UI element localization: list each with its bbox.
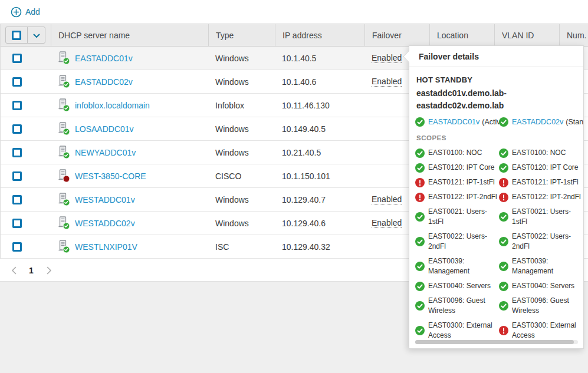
column-header-num[interactable]: Num. [559,24,588,46]
status-ok-icon [499,301,508,311]
row-checkbox[interactable] [12,101,22,110]
scope-label: EAST0040: Servers [512,281,582,291]
server-icon [58,146,70,159]
failover-status[interactable]: Enabled [372,53,402,63]
add-button[interactable]: Add [11,6,40,18]
status-error-icon [499,178,508,187]
column-header-vlan[interactable]: VLAN ID [494,24,559,46]
server-name-link[interactable]: WESTADDC02v [75,219,135,228]
ip-address-cell: 10.149.40.5 [275,117,364,140]
chevron-down-icon [33,31,40,40]
failover-status[interactable]: Enabled [372,77,402,87]
status-ok-icon [415,326,425,335]
type-cell: Windows [208,117,275,140]
row-checkbox[interactable] [12,195,22,204]
status-ok-icon [499,212,508,222]
row-checkbox[interactable] [12,242,22,252]
scope-item: EAST0039: Management [415,256,499,276]
scope-label: EAST0040: Servers [428,281,498,291]
status-ok-icon [415,237,425,246]
server-name-link[interactable]: EASTADDC02v [75,77,133,87]
column-header-ip[interactable]: IP address [275,24,364,46]
status-ok-icon [415,282,425,291]
scope-label: EAST0021: Users-1stFl [512,207,582,227]
row-checkbox[interactable] [12,124,22,134]
server-name-link[interactable]: WESTLNXIP01V [75,242,137,252]
scope-label: EAST0100: NOC [512,148,582,158]
failover-server-link[interactable]: EASTADDC02v [512,118,563,126]
server-icon [58,75,70,88]
select-menu-button[interactable] [27,27,45,43]
type-cell: CISCO [208,164,275,187]
popup-body: HOT STANDBY eastaddc01v.demo.lab- eastad… [409,67,583,341]
failover-status[interactable]: Enabled [372,194,402,204]
scope-item: EAST0121: IPT-1stFl [415,177,499,187]
server-icon [58,240,70,253]
scope-label: EAST0039: Management [512,256,582,276]
scope-item: EAST0096: Guest Wireless [415,296,499,316]
scope-label: EAST0096: Guest Wireless [512,296,582,316]
row-checkbox[interactable] [12,148,22,157]
column-header-name[interactable]: DHCP server name [51,24,208,46]
status-ok-icon [499,148,508,158]
next-page-button[interactable] [44,265,54,276]
server-icon [58,216,70,230]
status-ok-icon [499,163,508,173]
failover-details-popup: Failover details HOT STANDBY eastaddc01v… [409,45,584,349]
row-checkbox[interactable] [12,54,22,63]
status-error-icon [499,193,508,202]
previous-page-button[interactable] [8,265,19,276]
server-name-link[interactable]: WEST-3850-CORE [75,171,146,181]
type-cell: Windows [208,141,275,164]
scope-item: EAST0100: NOC [415,148,499,158]
dhcp-servers-page: Add DHCP server name Type IP address Fai… [0,0,588,373]
status-ok-icon [499,237,508,246]
scope-item: EAST0021: Users-1stFl [499,207,583,227]
server-name-link[interactable]: LOSAADDC01v [75,124,134,134]
popup-title: Failover details [409,46,583,67]
column-header-location[interactable]: Location [429,24,494,46]
type-cell: Windows [208,188,275,211]
scrollbar-thumb[interactable] [415,340,574,344]
ip-address-cell: 10.11.46.130 [275,94,364,117]
scope-label: EAST0122: IPT-2ndFl [512,192,582,202]
scope-item: EAST0039: Management [499,256,583,276]
failover-status[interactable]: Enabled [372,218,402,228]
popup-horizontal-scrollbar[interactable] [415,340,578,344]
toolbar: Add [0,0,588,24]
scope-label: EAST0021: Users-1stFl [428,207,498,227]
ip-address-cell: 10.129.40.7 [275,188,364,211]
select-all-checkbox[interactable] [6,27,27,43]
server-name-link[interactable]: infoblox.localdomain [75,101,150,110]
status-error-icon [499,326,508,335]
scope-item: EAST0040: Servers [415,281,499,291]
scope-item: EAST0120: IPT Core [499,163,583,173]
server-name-link[interactable]: EASTADDC01v [75,54,133,63]
status-error-icon [415,178,425,187]
status-ok-icon [499,262,508,271]
server-icon [58,51,70,65]
server-icon [58,169,70,183]
type-cell: ISC [208,235,275,258]
server-name-link[interactable]: NEWYADDC01v [75,148,136,157]
failover-server-link[interactable]: EASTADDC01v [428,118,479,126]
column-header-type[interactable]: Type [208,24,275,46]
column-header-failover[interactable]: Failover [364,24,429,46]
failover-servers-row: EASTADDC01v(Active)EASTADDC02v(Standby) [415,117,583,127]
row-checkbox[interactable] [12,171,22,181]
status-ok-icon [415,301,425,311]
current-page-number[interactable]: 1 [26,265,37,276]
scope-label: EAST0100: NOC [428,148,498,158]
row-checkbox[interactable] [12,77,22,87]
row-checkbox[interactable] [12,219,22,228]
add-button-label: Add [25,7,40,16]
type-cell: Windows [208,212,275,235]
ip-address-cell: 10.1.40.6 [275,70,364,93]
status-ok-icon [499,117,508,127]
status-error-icon [415,193,425,202]
scopes-section-label: SCOPES [416,134,583,141]
server-name-link[interactable]: WESTADDC01v [75,195,135,204]
failover-server-entry: EASTADDC01v(Active) [415,117,499,127]
scope-label: EAST0120: IPT Core [428,163,498,173]
scope-label: EAST0121: IPT-1stFl [512,177,582,187]
